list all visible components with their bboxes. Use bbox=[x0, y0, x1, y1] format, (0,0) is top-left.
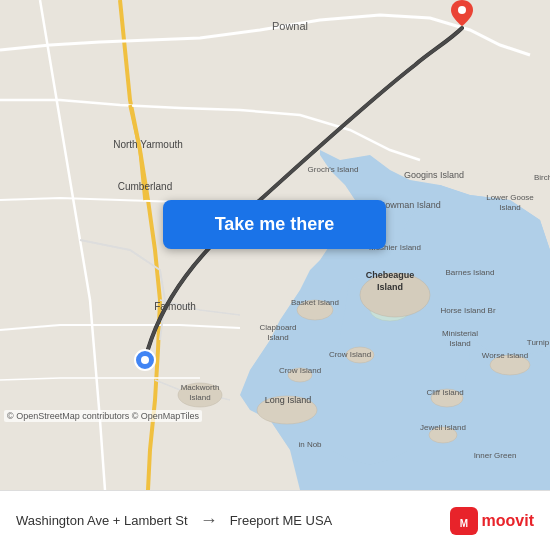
svg-text:in Nob: in Nob bbox=[298, 440, 322, 449]
svg-text:North Yarmouth: North Yarmouth bbox=[113, 139, 183, 150]
svg-text:Lower Goose: Lower Goose bbox=[486, 193, 534, 202]
svg-text:Island: Island bbox=[189, 393, 210, 402]
svg-point-49 bbox=[458, 6, 466, 14]
svg-text:Turnip: Turnip bbox=[527, 338, 550, 347]
svg-text:Googins Island: Googins Island bbox=[404, 170, 464, 180]
svg-text:Basket Island: Basket Island bbox=[291, 298, 339, 307]
svg-text:Horse Island Br: Horse Island Br bbox=[440, 306, 495, 315]
svg-text:Ministerial: Ministerial bbox=[442, 329, 478, 338]
button-label: Take me there bbox=[215, 214, 335, 235]
svg-text:M: M bbox=[459, 518, 467, 529]
attribution: © OpenStreetMap contributors © OpenMapTi… bbox=[4, 410, 202, 422]
svg-text:Bowman Island: Bowman Island bbox=[379, 200, 441, 210]
svg-text:Crow Island: Crow Island bbox=[279, 366, 321, 375]
svg-text:Chebeague: Chebeague bbox=[366, 270, 415, 280]
svg-text:Cliff Island: Cliff Island bbox=[426, 388, 463, 397]
svg-text:Island: Island bbox=[449, 339, 470, 348]
moovit-logo: M moovit bbox=[450, 507, 534, 535]
svg-text:Falmouth: Falmouth bbox=[154, 301, 196, 312]
svg-text:Birch: Birch bbox=[534, 173, 550, 182]
route-arrow: → bbox=[200, 510, 218, 531]
svg-text:Crow Island: Crow Island bbox=[329, 350, 371, 359]
map-container[interactable]: Pownal North Yarmouth Cumberland Falmout… bbox=[0, 0, 550, 490]
svg-text:Island: Island bbox=[267, 333, 288, 342]
route-info: Washington Ave + Lambert St → Freeport M… bbox=[16, 510, 332, 531]
svg-text:Barnes Island: Barnes Island bbox=[446, 268, 495, 277]
take-me-there-button[interactable]: Take me there bbox=[163, 200, 386, 249]
svg-text:Groch's Island: Groch's Island bbox=[308, 165, 359, 174]
app: Pownal North Yarmouth Cumberland Falmout… bbox=[0, 0, 550, 550]
route-to: Freeport ME USA bbox=[230, 513, 333, 528]
svg-text:Inner Green: Inner Green bbox=[474, 451, 517, 460]
route-from: Washington Ave + Lambert St bbox=[16, 513, 188, 528]
moovit-text: moovit bbox=[482, 512, 534, 530]
svg-text:Worse Island: Worse Island bbox=[482, 351, 529, 360]
bottom-bar: Washington Ave + Lambert St → Freeport M… bbox=[0, 490, 550, 550]
svg-text:Cumberland: Cumberland bbox=[118, 181, 172, 192]
svg-text:Mackworth: Mackworth bbox=[181, 383, 220, 392]
svg-text:Island: Island bbox=[377, 282, 403, 292]
svg-text:Pownal: Pownal bbox=[272, 20, 308, 32]
svg-text:Island: Island bbox=[499, 203, 520, 212]
svg-point-48 bbox=[141, 356, 149, 364]
svg-text:Jewell Island: Jewell Island bbox=[420, 423, 466, 432]
svg-text:Clapboard: Clapboard bbox=[260, 323, 297, 332]
svg-text:Long Island: Long Island bbox=[265, 395, 312, 405]
moovit-icon: M bbox=[450, 507, 478, 535]
